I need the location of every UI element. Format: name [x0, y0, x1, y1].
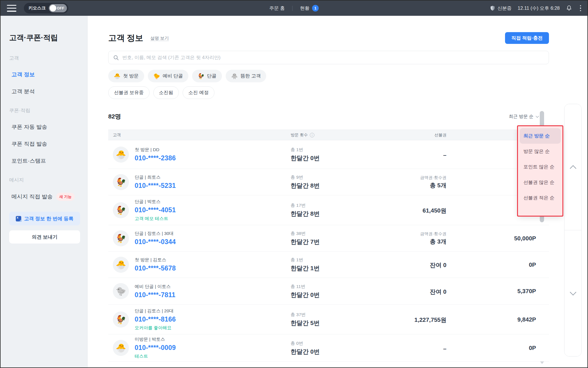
- visits-total: 총 37번: [291, 312, 377, 318]
- customer-phone-link[interactable]: 010-****-8166: [135, 316, 176, 323]
- prepaid-cell: 잔여 0: [377, 260, 446, 269]
- page-title: 고객 정보: [108, 32, 143, 44]
- visits-cell: 총 1번한달간 0번: [286, 147, 377, 162]
- points-cell: 0P: [446, 261, 536, 268]
- sidebar-item-메시지 직접 발송[interactable]: 메시지 직접 발송새 기능: [9, 193, 80, 201]
- scroll-up-button[interactable]: [564, 104, 581, 230]
- sidebar-item-label: 고객 정보: [11, 71, 35, 78]
- filter-chip-소진됨[interactable]: 소진됨: [153, 86, 179, 99]
- table-row[interactable]: 🐣첫 방문 | 김토스010-****-5678총 1번한달간 1번잔여 00P: [108, 252, 549, 278]
- table-row[interactable]: 🐣첫 방문 | DD010-****-2386총 1번한달간 0번–: [108, 140, 549, 169]
- customer-phone-link[interactable]: 010-****-0009: [135, 344, 176, 352]
- customer-info: 첫 방문 | DD010-****-2386: [135, 147, 176, 162]
- feedback-button[interactable]: 의견 보내기: [9, 230, 80, 244]
- menu-icon[interactable]: [7, 5, 16, 12]
- customer-avatar: 🐣: [113, 147, 129, 163]
- visits-cell: 총 1번한달간 1번: [286, 257, 377, 272]
- sidebar-item-포인트·스탬프[interactable]: 포인트·스탬프: [9, 157, 80, 165]
- description-link[interactable]: 설명 보기: [150, 36, 169, 41]
- prepaid-type: 금액권·횟수권: [377, 231, 446, 237]
- sort-option[interactable]: 방문 많은 순: [520, 144, 561, 159]
- kiosk-switch[interactable]: OFF: [49, 4, 67, 12]
- sort-option[interactable]: 선불권 적은 순: [520, 190, 561, 206]
- app-window: 키오스크 OFF 주문 홈 현황 1 신분증: [0, 0, 588, 368]
- topbar-nav: 주문 홈 현황 1: [269, 5, 319, 11]
- nav-status[interactable]: 현황 1: [300, 5, 319, 11]
- nav-divider: [292, 6, 293, 11]
- prepaid-value: 총 3개: [377, 237, 446, 246]
- prepaid-value: 1,227,755원: [377, 316, 446, 324]
- scrollbar-down-arrow-icon[interactable]: [540, 361, 544, 364]
- visits-total: 총 9번: [291, 174, 377, 180]
- filter-chip-첫 방문[interactable]: 🐣첫 방문: [108, 70, 144, 82]
- table-row[interactable]: 🐤예비 단골 | 이토스010-****-7811총 11번한달간 0번잔여 0…: [108, 278, 549, 305]
- sort-dropdown-trigger[interactable]: 최근 방문 순: [509, 114, 538, 120]
- points-cell: 5,370P: [446, 288, 536, 295]
- visits-total: 총 1번: [291, 257, 377, 263]
- sort-option[interactable]: 포인트 많은 순: [520, 159, 561, 175]
- filter-chip-단골[interactable]: 🐓단골: [192, 70, 222, 82]
- customer-phone-link[interactable]: 010-****-0344: [135, 238, 176, 246]
- customer-info: 단골 | 김토스 | 20대010-****-8166오커아를 좋아해요: [135, 308, 176, 331]
- prepaid-value: –: [377, 151, 446, 158]
- table-row[interactable]: 🐓단골 | 최토스010-****-5231총 9번한달간 8번금액권·횟수권총…: [108, 169, 549, 195]
- id-check-button[interactable]: 신분증: [490, 5, 512, 11]
- col-customer: 고객: [108, 133, 286, 138]
- customer-phone-link[interactable]: 010-****-7811: [135, 291, 175, 299]
- customer-name: 첫 방문 | DD: [135, 147, 176, 153]
- customer-phone-link[interactable]: 010-****-5231: [135, 182, 176, 190]
- visits-cell: 총 37번한달간 5번: [286, 312, 377, 327]
- sidebar-item-label: 고객 분석: [11, 88, 35, 95]
- kiosk-toggle[interactable]: 키오스크 OFF: [24, 3, 68, 13]
- sidebar-item-쿠폰 자동 발송[interactable]: 쿠폰 자동 발송: [9, 123, 80, 131]
- sidebar-item-고객 분석[interactable]: 고객 분석: [9, 88, 80, 95]
- customer-phone-link[interactable]: 010-****-2386: [135, 154, 176, 162]
- bulk-register-button[interactable]: 고객 정보 한 번에 등록: [9, 212, 80, 225]
- customer-cell: 🐣첫 방문 | DD010-****-2386: [108, 147, 286, 163]
- table-row[interactable]: 🐣미방문 | 박토스010-****-0009테스트총 0번한달간 0번–0P: [108, 334, 549, 362]
- table-row[interactable]: 🐤예비 단골 | 박토스 | 20대총 2번: [108, 362, 549, 368]
- scroll-down-button[interactable]: [564, 230, 581, 356]
- table-row[interactable]: 🐓단골 | 장토스 | 30대010-****-0344총 38번한달간 7번금…: [108, 225, 549, 252]
- chip-emoji-icon: 🐥: [231, 73, 238, 79]
- visits-total: 총 1번: [291, 147, 377, 153]
- prepaid-value: 잔여 0: [377, 288, 446, 296]
- filter-chip-선불권 보유중[interactable]: 선불권 보유중: [108, 86, 150, 99]
- customer-avatar: 🐓: [113, 230, 129, 246]
- prepaid-value: 잔여 0: [377, 261, 446, 269]
- customer-info: 미방문 | 박토스010-****-0009테스트: [135, 336, 176, 359]
- customer-avatar: 🐓: [113, 174, 129, 190]
- visits-total: 총 38번: [291, 231, 377, 237]
- visits-month: 한달간 8번: [291, 182, 377, 190]
- kiosk-label: 키오스크: [28, 5, 46, 11]
- info-icon[interactable]: [310, 133, 314, 137]
- sidebar-item-쿠폰 직접 발송[interactable]: 쿠폰 직접 발송: [9, 140, 80, 148]
- visits-month: 한달간 1번: [291, 264, 377, 272]
- chip-emoji-icon: 🐓: [198, 73, 204, 79]
- prepaid-cell: 61,450원: [377, 206, 446, 215]
- sidebar-item-고객 정보[interactable]: 고객 정보: [9, 71, 80, 78]
- main-content: 고객 정보 설명 보기 직접 적립·충전 🐣첫 방문🐤예비 단골🐓단골🐥뜸한 고…: [108, 16, 549, 368]
- chip-emoji-icon: 🐤: [153, 73, 160, 79]
- sort-option[interactable]: 선불권 많은 순: [520, 175, 561, 190]
- segment-filter-chips: 🐣첫 방문🐤예비 단골🐓단골🐥뜸한 고객: [108, 70, 266, 82]
- visits-month: 한달간 7번: [291, 238, 377, 246]
- search-input[interactable]: [122, 55, 549, 60]
- filter-chip-소진 예정[interactable]: 소진 예정: [183, 86, 214, 99]
- direct-charge-button[interactable]: 직접 적립·충전: [505, 32, 549, 44]
- table-body: 🐣첫 방문 | DD010-****-2386총 1번한달간 0번–🐓단골 | …: [108, 140, 549, 368]
- sidebar: 고객·쿠폰·적립 고객고객 정보고객 분석쿠폰·적립쿠폰 자동 발송쿠폰 직접 …: [1, 16, 88, 367]
- bell-icon[interactable]: [566, 5, 572, 11]
- filter-chip-뜸한 고객[interactable]: 🐥뜸한 고객: [226, 70, 266, 82]
- nav-order-home[interactable]: 주문 홈: [269, 5, 285, 11]
- customer-info: 예비 단골 | 이토스010-****-7811: [135, 284, 175, 299]
- shield-icon: [490, 5, 495, 11]
- filter-chip-예비 단골[interactable]: 🐤예비 단골: [148, 70, 188, 82]
- table-row[interactable]: 🐓단골 | 김토스 | 20대010-****-8166오커아를 좋아해요총 3…: [108, 305, 549, 334]
- table-row[interactable]: 🐓단골 | 박토스010-****-4051고객 메모 테스트총 17번한달간 …: [108, 195, 549, 225]
- customer-phone-link[interactable]: 010-****-4051: [135, 206, 176, 214]
- more-menu-icon[interactable]: [578, 5, 583, 12]
- customer-phone-link[interactable]: 010-****-5678: [135, 264, 176, 272]
- search-bar[interactable]: [108, 51, 549, 64]
- sort-option[interactable]: 최근 방문 순: [520, 128, 561, 144]
